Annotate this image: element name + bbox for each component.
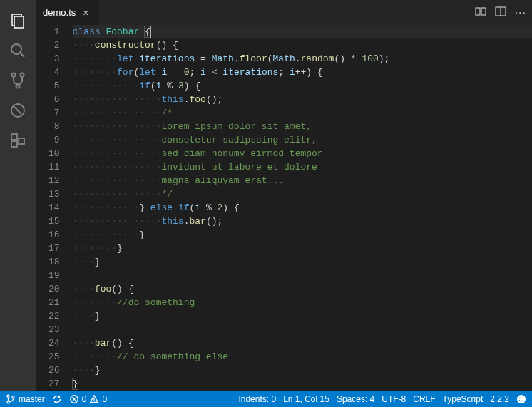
sync-status[interactable] xyxy=(52,394,62,404)
code-editor[interactable]: 1234567891011121314151617181920212223242… xyxy=(36,25,532,391)
more-actions-icon[interactable]: ··· xyxy=(515,6,526,19)
svg-rect-10 xyxy=(11,141,17,147)
editor-area: demo.ts × ··· 12345678910111213141516171… xyxy=(36,0,532,391)
problems-status[interactable]: 0 0 xyxy=(69,394,107,404)
svg-point-16 xyxy=(7,395,9,397)
status-bar: master 0 0 Indents: 0 Ln 1, Col 15 Space… xyxy=(0,391,532,407)
language-mode-status[interactable]: TypeScript xyxy=(443,394,484,404)
cursor-position-status[interactable]: Ln 1, Col 15 xyxy=(283,394,329,404)
compare-icon[interactable] xyxy=(475,6,486,19)
debug-icon[interactable] xyxy=(0,96,36,125)
ts-version-status[interactable]: 2.2.2 xyxy=(490,394,509,404)
activity-bar xyxy=(0,0,36,391)
explorer-icon[interactable] xyxy=(0,6,36,36)
search-icon[interactable] xyxy=(0,36,36,66)
svg-point-6 xyxy=(16,85,20,88)
indent-settings-status[interactable]: Spaces: 4 xyxy=(337,394,374,404)
svg-rect-9 xyxy=(11,134,17,140)
svg-point-25 xyxy=(522,397,523,398)
svg-point-23 xyxy=(517,395,526,403)
svg-rect-11 xyxy=(19,138,24,144)
svg-point-4 xyxy=(12,73,16,77)
split-editor-icon[interactable] xyxy=(495,6,506,19)
svg-rect-13 xyxy=(481,8,486,15)
svg-point-5 xyxy=(21,73,24,77)
tab-filename: demo.ts xyxy=(43,7,76,18)
encoding-status[interactable]: UTF-8 xyxy=(382,394,406,404)
svg-rect-1 xyxy=(14,16,24,28)
tab-demo-ts[interactable]: demo.ts × xyxy=(36,0,99,25)
extensions-icon[interactable] xyxy=(0,125,36,155)
svg-point-2 xyxy=(11,44,21,54)
git-branch-status[interactable]: master xyxy=(6,394,45,404)
feedback-icon[interactable] xyxy=(516,394,526,404)
svg-point-18 xyxy=(12,396,14,398)
code-content[interactable]: class Foobar { ····constructor() { ·····… xyxy=(73,25,532,391)
close-icon[interactable]: × xyxy=(80,7,91,19)
svg-point-17 xyxy=(7,401,9,403)
svg-point-24 xyxy=(519,397,521,398)
eol-status[interactable]: CRLF xyxy=(413,394,435,404)
indents-status[interactable]: Indents: 0 xyxy=(238,394,276,404)
svg-line-8 xyxy=(14,107,21,114)
svg-rect-12 xyxy=(476,8,480,15)
svg-line-3 xyxy=(20,53,24,57)
source-control-icon[interactable] xyxy=(0,66,36,96)
editor-actions: ··· xyxy=(475,0,532,25)
tab-bar: demo.ts × ··· xyxy=(36,0,532,25)
line-number-gutter: 1234567891011121314151617181920212223242… xyxy=(36,25,73,391)
